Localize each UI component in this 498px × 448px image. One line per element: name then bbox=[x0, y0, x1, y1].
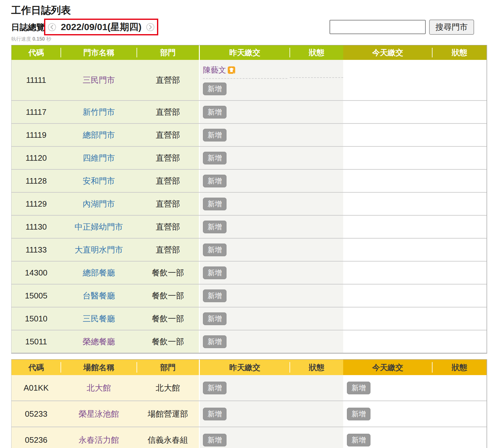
col-header-today: 今天繳交 bbox=[343, 360, 432, 375]
store-code: 11117 bbox=[11, 101, 61, 123]
venue-code: 05233 bbox=[11, 401, 61, 427]
store-name-link[interactable]: 三民門市 bbox=[83, 75, 115, 86]
yesterday-cell: 新增 bbox=[199, 375, 290, 401]
yesterday-cell: 新增 bbox=[199, 216, 290, 238]
store-name-link[interactable]: 總部門市 bbox=[83, 130, 115, 141]
add-journal-button[interactable]: 新增 bbox=[347, 382, 370, 394]
table-row: 11130 中正婦幼門市 直營部 新增 bbox=[11, 215, 487, 238]
yesterday-cell: 新增 bbox=[199, 239, 290, 261]
store-code: 11133 bbox=[11, 239, 61, 261]
col-header-dept: 部門 bbox=[137, 45, 199, 60]
store-name-link[interactable]: 大直明水門市 bbox=[75, 244, 123, 255]
today-cell bbox=[343, 262, 432, 284]
add-journal-button[interactable]: 新增 bbox=[203, 106, 227, 119]
venue-name-link[interactable]: 北大館 bbox=[87, 383, 111, 393]
add-journal-button[interactable]: 新增 bbox=[203, 83, 227, 95]
add-journal-button[interactable]: 新增 bbox=[203, 289, 227, 302]
status-cell bbox=[432, 284, 487, 307]
store-dept: 直營部 bbox=[137, 101, 199, 123]
yesterday-cell: 陳藝文 新增 bbox=[199, 60, 290, 100]
venue-code: 05236 bbox=[11, 427, 61, 448]
store-code: 11119 bbox=[11, 124, 61, 146]
venue-name-link[interactable]: 榮星泳池館 bbox=[79, 409, 119, 419]
current-date-label: 2022/09/01(星期四) bbox=[61, 21, 141, 34]
add-journal-button[interactable]: 新增 bbox=[203, 312, 227, 325]
status-cell bbox=[432, 216, 487, 238]
execution-speed-suffix: 秒 bbox=[46, 36, 51, 42]
add-journal-button[interactable]: 新增 bbox=[203, 152, 227, 164]
store-code: 15005 bbox=[11, 284, 61, 307]
table-row: 14300 總部餐廳 餐飲一部 新增 bbox=[11, 261, 487, 284]
yesterday-cell: 新增 bbox=[199, 147, 290, 169]
add-journal-button[interactable]: 新增 bbox=[203, 408, 227, 420]
store-dept: 直營部 bbox=[137, 124, 199, 146]
add-journal-button[interactable]: 新增 bbox=[203, 221, 227, 233]
store-name-link[interactable]: 中正婦幼門市 bbox=[75, 222, 123, 232]
add-journal-button[interactable]: 新增 bbox=[203, 434, 227, 446]
store-code: 15011 bbox=[11, 330, 61, 353]
add-journal-button[interactable]: 新增 bbox=[203, 267, 227, 279]
add-journal-button[interactable]: 新增 bbox=[203, 244, 227, 256]
yesterday-cell: 新增 bbox=[199, 427, 290, 448]
table-row: 15005 台醫餐廳 餐飲一部 新增 bbox=[11, 284, 487, 307]
submitter-link[interactable]: 陳藝文 bbox=[203, 65, 226, 75]
add-journal-button[interactable]: 新增 bbox=[203, 335, 227, 348]
store-name-link[interactable]: 總部餐廳 bbox=[83, 267, 115, 278]
store-journal-table: 代碼 門市名稱 部門 昨天繳交 狀態 今天繳交 狀態 11111 三民門市 直營… bbox=[11, 45, 487, 354]
venue-dept: 場館營運部 bbox=[137, 401, 199, 427]
col-header-dept: 部門 bbox=[137, 360, 199, 375]
execution-speed: 執行速度 0.150 秒 bbox=[11, 36, 51, 43]
yesterday-cell: 新增 bbox=[199, 193, 290, 215]
table-row: 11129 內湖門市 直營部 新增 bbox=[11, 192, 487, 215]
yesterday-cell: 新增 bbox=[199, 401, 290, 427]
store-dept: 直營部 bbox=[137, 147, 199, 169]
table-row: 05233 榮星泳池館 場館營運部 新增 新增 bbox=[11, 401, 487, 427]
store-name-link[interactable]: 四維門市 bbox=[83, 153, 115, 164]
col-header-yesterday: 昨天繳交 bbox=[199, 360, 290, 375]
yesterday-cell: 新增 bbox=[199, 170, 290, 192]
store-name-link[interactable]: 三民餐廳 bbox=[83, 313, 115, 324]
store-code: 11111 bbox=[11, 60, 61, 100]
store-search-input[interactable] bbox=[330, 20, 426, 34]
table-row: 11120 四維門市 直營部 新增 bbox=[11, 146, 487, 169]
status-cell bbox=[290, 427, 343, 448]
today-cell bbox=[343, 147, 432, 169]
today-cell bbox=[343, 60, 432, 100]
store-name-link[interactable]: 榮總餐廳 bbox=[83, 336, 115, 347]
store-code: 11130 bbox=[11, 216, 61, 238]
today-cell: 新增 bbox=[343, 375, 432, 401]
today-cell bbox=[343, 101, 432, 123]
prev-date-icon[interactable] bbox=[48, 23, 56, 31]
store-dept: 直營部 bbox=[137, 239, 199, 261]
store-name-link[interactable]: 新竹門市 bbox=[83, 107, 115, 118]
store-name-link[interactable]: 內湖門市 bbox=[83, 199, 115, 209]
status-cell bbox=[432, 193, 487, 215]
status-cell bbox=[290, 60, 343, 100]
next-date-icon[interactable] bbox=[146, 23, 155, 31]
yesterday-cell: 新增 bbox=[199, 284, 290, 307]
store-name-link[interactable]: 安和門市 bbox=[83, 176, 115, 186]
store-name-link[interactable]: 台醫餐廳 bbox=[83, 290, 115, 301]
add-journal-button[interactable]: 新增 bbox=[203, 382, 227, 394]
store-dept: 餐飲一部 bbox=[137, 307, 199, 330]
add-journal-button[interactable]: 新增 bbox=[347, 434, 370, 446]
store-code: 11128 bbox=[11, 170, 61, 192]
search-store-button[interactable]: 搜尋門市 bbox=[429, 20, 474, 35]
status-cell bbox=[290, 330, 343, 353]
status-cell bbox=[290, 375, 343, 401]
status-cell bbox=[432, 307, 487, 330]
store-code: 15010 bbox=[11, 307, 61, 330]
add-journal-button[interactable]: 新增 bbox=[203, 198, 227, 210]
venue-name-link[interactable]: 永春活力館 bbox=[79, 435, 119, 446]
add-journal-button[interactable]: 新增 bbox=[203, 175, 227, 187]
today-cell bbox=[343, 239, 432, 261]
add-journal-button[interactable]: 新增 bbox=[347, 408, 370, 420]
status-cell bbox=[290, 147, 343, 169]
store-code: 11129 bbox=[11, 193, 61, 215]
table-row: 11119 總部門市 直營部 新增 bbox=[11, 123, 487, 146]
store-dept: 直營部 bbox=[137, 170, 199, 192]
execution-speed-prefix: 執行速度 bbox=[11, 36, 31, 42]
col-header-status2: 狀態 bbox=[432, 360, 487, 375]
add-journal-button[interactable]: 新增 bbox=[203, 129, 227, 141]
col-header-store-name: 門市名稱 bbox=[61, 45, 137, 60]
